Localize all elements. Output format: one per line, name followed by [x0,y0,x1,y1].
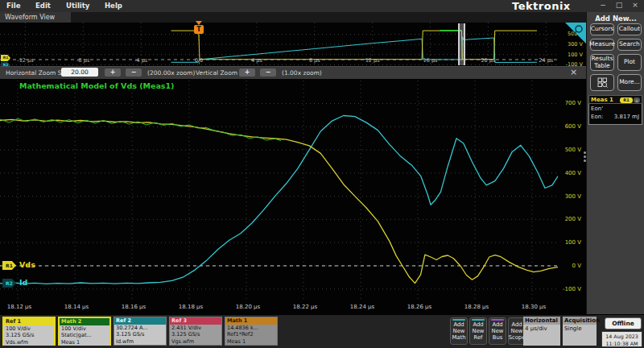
callout-button[interactable]: Callout [617,23,642,35]
zoom-bar-close-icon[interactable]: × [570,67,577,77]
y-axis-label: -100 V [557,286,581,292]
badge-title: Ref 3 [170,317,221,325]
acquisition-title: Acquisition [563,317,597,325]
x-axis-label: 18.16 μs [116,304,151,310]
badge-math2[interactable]: Math 2 100 V/divStatic|gat...Meas 1 [58,317,111,346]
offline-button[interactable]: Offline [605,317,642,329]
badge-rows: 100 V/divStatic|gat...Meas 1 [60,325,109,346]
add-new-ref-button[interactable]: Add New Ref [469,317,487,345]
y-axis-label: 100 V [559,52,583,58]
x-axis-label: -4 μs [125,57,157,64]
stripe [472,319,485,321]
results-table-button[interactable]: Results Table [590,54,614,71]
menu-edit[interactable]: Edit [35,2,51,10]
main-x-axis: 18.12 μs18.14 μs18.16 μs18.18 μs18.20 μs… [0,301,558,314]
x-axis-label: 20 μs [472,57,504,64]
v-zoom-factor: (1.00x zoom) [282,69,322,77]
meas1-results-badge[interactable]: Meas 1 R1 + Eon' Eon: 3.817 mJ [588,95,642,125]
vds-trace-label: Vds [19,260,35,269]
y-axis-label: 300 V [557,193,581,200]
x-axis-label: 18.12 μs [2,304,37,310]
meas1-values: Eon' Eon: 3.817 mJ [588,104,642,125]
trace-vds-ref-1- [0,119,558,283]
badge-rows: 14.4836 k...Ref1*Ref2Meas 1 [225,325,277,345]
horizontal-zoom-scale-input[interactable]: 20.00 ns/div [61,68,98,77]
zoom-window-handle[interactable] [458,23,465,65]
y-axis-label: 100 V [557,239,581,246]
x-axis-label: 18.22 μs [287,304,323,310]
more-button[interactable]: More... [617,74,642,91]
y-axis-label: 400 V [557,170,581,176]
x-axis-label: 18.28 μs [459,304,494,310]
badge-rows: 2.431 V/div3.125 GS/sVgs.wfm [170,325,221,345]
main-waveform-plot [0,81,558,301]
badge-math1[interactable]: Math 1 14.4836 k...Ref1*Ref2Meas 1 [225,317,278,346]
badge-ref1[interactable]: Ref 1 100 V/div3.125 GS/sVds.wfm [2,317,56,346]
zoom-overview-button[interactable] [590,74,614,91]
meas1-expand-icon[interactable]: + [634,97,640,103]
badge-title: Ref 2 [114,317,166,325]
overview-x-axis: -12 μs-8 μs-4 μs0.04 μs8 μs12 μs16 μs20 … [0,57,559,65]
screen-grid-icon [597,77,608,88]
badge-rows: 100 V/div3.125 GS/sVds.wfm [4,325,54,346]
menu-utility[interactable]: Utility [66,2,89,10]
restore-icon[interactable]: □ [613,1,625,9]
y-axis-label: 200 V [557,216,581,222]
badge-rows: 30.2724 A...3.125 GS/sId.wfm [114,325,166,345]
acquisition-settings[interactable]: Acquisition Single [563,317,597,346]
acquisition-value: Single [563,325,597,346]
x-axis-label: 18.26 μs [402,304,437,310]
meas1-source-badge: R1 [620,97,633,103]
search-button[interactable]: Search [617,39,642,51]
stripe [510,319,523,321]
overview-zoom-icon[interactable] [565,23,586,44]
plot-button[interactable]: Plot [617,54,642,71]
meas1-row1-label: Eon' [591,106,603,112]
x-axis-label: 18.20 μs [230,304,266,310]
meas1-header: Meas 1 R1 + [588,95,642,104]
x-axis-label: 18.18 μs [173,304,208,310]
tab-waveform-view[interactable]: Waveform View [0,12,71,23]
v-zoom-plus-button[interactable]: + [239,68,255,77]
x-axis-label: 18.24 μs [345,304,380,310]
y-axis-label: 700 V [557,100,581,106]
meas1-row2-label: Eon: [591,114,604,120]
trigger-line [199,31,200,64]
add-new-math-button[interactable]: Add New Math [450,317,468,345]
horizontal-settings[interactable]: Horizontal 4 μs/div [523,317,560,346]
y-axis-label: 0 V [557,263,581,269]
y-axis-label: 600 V [557,123,581,130]
menu-file[interactable]: File [6,2,20,10]
v-zoom-minus-button[interactable]: − [260,68,276,77]
meas1-annotation: Mathematical Model of Vds (Meas1) [19,81,174,90]
y-axis-label: 500 V [557,147,581,153]
measure-button[interactable]: Measure [590,39,614,51]
vertical-zoom-label: Vertical Zoom [196,69,237,77]
badge-title: Math 2 [60,318,109,325]
minimize-icon[interactable]: − [597,1,609,9]
x-axis-label: 16 μs [415,57,447,64]
title-bar: File Edit Utility Help Tektronix − □ × [0,0,644,12]
horizontal-value: 4 μs/div [523,325,560,346]
add-new-bus-button[interactable]: Add New Bus [489,317,506,345]
oscilloscope-app: File Edit Utility Help Tektronix − □ × W… [0,0,644,348]
tab-strip [0,12,586,23]
trace-id-ref-2- [0,116,558,284]
date-text: 14 Aug 2023 [602,333,642,340]
badge-ref3[interactable]: Ref 3 2.431 V/div3.125 GS/sVgs.wfm [169,317,222,346]
main-y-axis: 700 V600 V500 V400 V300 V200 V100 V0 V-1… [559,81,584,301]
badge-title: Ref 1 [4,318,54,325]
trigger-marker[interactable]: T [194,25,204,34]
cursors-button[interactable]: Cursors [590,23,614,35]
badge-ref2[interactable]: Ref 2 30.2724 A...3.125 GS/sId.wfm [114,317,167,346]
x-axis-label: 4 μs [241,57,273,64]
close-icon[interactable]: × [630,1,641,9]
tektronix-logo: Tektronix [512,0,571,12]
h-zoom-minus-button[interactable]: − [126,68,142,77]
menu-help[interactable]: Help [105,2,122,10]
x-axis-label: -12 μs [9,57,41,64]
stripe [491,319,504,321]
x-axis-label: 12 μs [357,57,389,64]
h-zoom-plus-button[interactable]: + [105,68,121,77]
stripe [452,319,465,321]
